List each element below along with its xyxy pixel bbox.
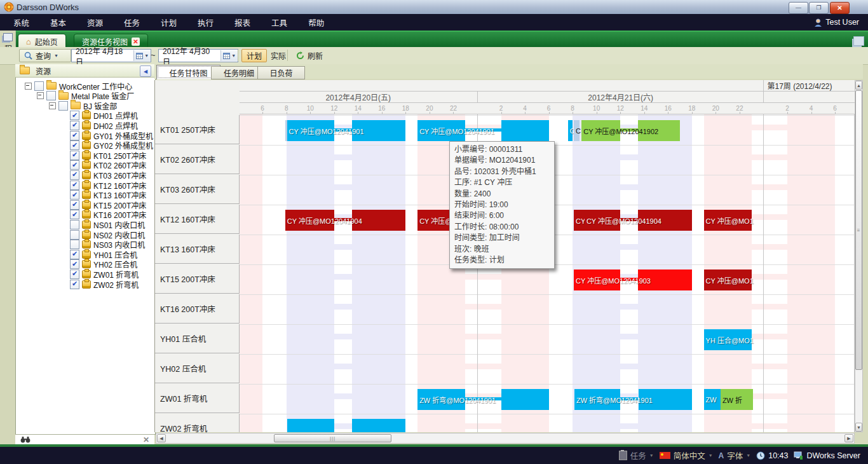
tree-checkbox[interactable]: ✔ (70, 250, 79, 259)
tree-checkbox[interactable]: ✔ (70, 170, 79, 180)
tree-item-KT01[interactable]: ✔KT01 250T冲床 (70, 150, 146, 160)
gantt-row-label[interactable]: KT02 260T冲床 (155, 145, 240, 174)
tree-item-KT02[interactable]: ✔KT02 260T冲床 (70, 160, 146, 170)
tree-checkbox[interactable]: ✔ (70, 270, 79, 279)
scroll-up-icon[interactable]: ▲ (855, 81, 862, 90)
collapse-panel-button[interactable]: ◀ (140, 65, 151, 77)
gantt-row-label[interactable]: YH01 压合机 (155, 324, 240, 353)
tree-checkbox[interactable]: ✔ (70, 151, 79, 160)
task-bar[interactable] (638, 120, 680, 141)
tree-item-KT15[interactable]: ✔KT15 200T冲床 (70, 200, 146, 210)
scroll-left-icon[interactable]: ◀ (157, 434, 166, 442)
tree-item-YH01[interactable]: ✔YH01 压合机 (70, 249, 137, 259)
tree-checkbox[interactable]: ✔ (70, 160, 79, 170)
tree-item-KT16[interactable]: ✔KT16 200T冲床 (70, 210, 146, 220)
tab-close-icon[interactable]: ✕ (132, 38, 140, 46)
task-bar[interactable] (501, 120, 549, 141)
task-bar[interactable] (638, 210, 691, 231)
task-bar[interactable] (287, 120, 334, 141)
task-bar[interactable] (352, 210, 405, 231)
tree-checkbox[interactable]: ✔ (70, 111, 79, 120)
task-bar[interactable] (574, 210, 585, 231)
gantt-row-label[interactable]: YH02 压合机 (155, 354, 240, 383)
tree-item-DH01[interactable]: ✔DH01 点焊机 (70, 111, 138, 121)
menu-item-基本[interactable]: 基本 (43, 17, 74, 29)
tree-checkbox[interactable]: ✔ (70, 210, 79, 219)
tree-item-KT13[interactable]: ✔KT13 160T冲床 (70, 190, 146, 200)
task-bar[interactable] (287, 419, 334, 432)
task-bar[interactable] (352, 120, 405, 141)
plan-toggle-button[interactable]: 计划 (241, 49, 267, 62)
tree-checkbox[interactable] (70, 240, 79, 249)
gantt-row-label[interactable]: ZW02 折弯机 (155, 414, 240, 432)
task-bar[interactable] (638, 270, 691, 290)
task-bar[interactable] (568, 120, 573, 141)
tree-item-KT03[interactable]: ✔KT03 260T冲床 (70, 170, 146, 180)
layout-panels-icon[interactable] (853, 36, 864, 46)
tree-item-YH02[interactable]: ✔YH02 压合机 (70, 259, 137, 270)
minimize-button[interactable]: — (789, 2, 808, 14)
tree-item-BJ[interactable]: BJ 钣金部 (49, 100, 117, 111)
gantt-row-label[interactable]: KT12 160T冲床 (155, 205, 240, 234)
vertical-scroll-thumb[interactable]: ≡ (855, 90, 862, 370)
task-bar[interactable] (574, 389, 620, 410)
expander-icon[interactable] (49, 102, 56, 109)
calendar-dropdown[interactable]: ▼ (133, 50, 151, 61)
tree-item-ZW01[interactable]: ✔ZW01 折弯机 (70, 269, 139, 279)
expander-icon[interactable] (37, 92, 44, 99)
menu-item-资源[interactable]: 资源 (79, 17, 111, 29)
tree-item-Metal[interactable]: Metal Plate 钣金厂 (37, 91, 134, 101)
expander-icon[interactable] (25, 83, 32, 90)
tree-item-DH02[interactable]: ✔DH02 点焊机 (70, 120, 138, 130)
menu-item-帮助[interactable]: 帮助 (301, 17, 332, 29)
menu-item-系统[interactable]: 系统 (6, 17, 37, 29)
scroll-right-icon[interactable]: ▶ (844, 434, 853, 442)
tree-checkbox[interactable] (34, 81, 44, 91)
tree-checkbox[interactable] (70, 230, 79, 240)
status-language-dropdown[interactable]: 简体中文 ▼ (660, 449, 713, 461)
tree-checkbox[interactable]: ✔ (70, 259, 79, 269)
gantt-tab-日负荷[interactable]: 日负荷 (257, 66, 305, 79)
horizontal-scrollbar[interactable]: ◀ ||| ▶ (156, 433, 855, 444)
tree-item-GY02[interactable]: ✔GY02 外桶成型机 (70, 140, 153, 151)
task-bar[interactable] (704, 270, 752, 290)
task-bar[interactable] (581, 120, 620, 141)
date-to-field[interactable]: 2012年 4月30日 ▼ (158, 49, 238, 62)
tree-item-NS01[interactable]: NS01 内收口机 (70, 219, 145, 229)
tree-item-NS02[interactable]: NS02 内收口机 (70, 229, 145, 240)
menu-item-工具[interactable]: 工具 (264, 17, 295, 29)
tree-item-WorkCenter[interactable]: WorkCenter 工作中心 (25, 81, 132, 91)
binoculars-icon[interactable] (20, 436, 31, 443)
task-bar[interactable] (352, 419, 405, 432)
gantt-row-label[interactable]: KT03 260T冲床 (155, 175, 240, 204)
gantt-row-label[interactable]: KT01 250T冲床 (155, 115, 240, 144)
task-bar[interactable] (417, 120, 465, 141)
restore-button[interactable]: ❐ (809, 2, 829, 14)
task-bar[interactable] (721, 389, 753, 410)
vertical-scrollbar[interactable]: ▲ ≡ ▼ (855, 80, 863, 432)
task-bar[interactable] (574, 270, 620, 290)
menu-item-报表[interactable]: 报表 (227, 17, 258, 29)
gantt-row-label[interactable]: KT16 200T冲床 (155, 294, 240, 324)
tree-checkbox[interactable]: ✔ (70, 121, 79, 130)
tree-checkbox[interactable]: ✔ (70, 280, 79, 289)
tree-item-GY01[interactable]: ✔GY01 外桶成型机 (70, 130, 153, 140)
tree-checkbox[interactable]: ✔ (70, 181, 79, 190)
status-font-dropdown[interactable]: A 字体 ▼ (719, 449, 751, 461)
query-button[interactable]: 查询 ▼ (19, 49, 71, 62)
task-bar[interactable] (501, 389, 549, 410)
clear-find-icon[interactable]: ✕ (143, 435, 149, 444)
horizontal-scroll-thumb[interactable]: ||| (274, 434, 391, 442)
task-bar[interactable] (585, 210, 620, 231)
tree-checkbox[interactable]: ✔ (70, 131, 79, 140)
tree-checkbox[interactable] (58, 101, 68, 111)
task-bar[interactable] (704, 210, 752, 231)
tree-checkbox[interactable] (46, 91, 56, 100)
tree-item-KT12[interactable]: ✔KT12 160T冲床 (70, 180, 146, 190)
calendar-dropdown[interactable]: ▼ (220, 50, 238, 61)
gantt-row-label[interactable]: KT15 200T冲床 (155, 264, 240, 294)
task-bar[interactable] (285, 210, 334, 231)
date-from-field[interactable]: 2012年 4月18日 ▼ (71, 49, 151, 62)
status-task-dropdown[interactable]: 任务 ▼ (619, 449, 654, 461)
task-bar[interactable] (639, 389, 692, 410)
